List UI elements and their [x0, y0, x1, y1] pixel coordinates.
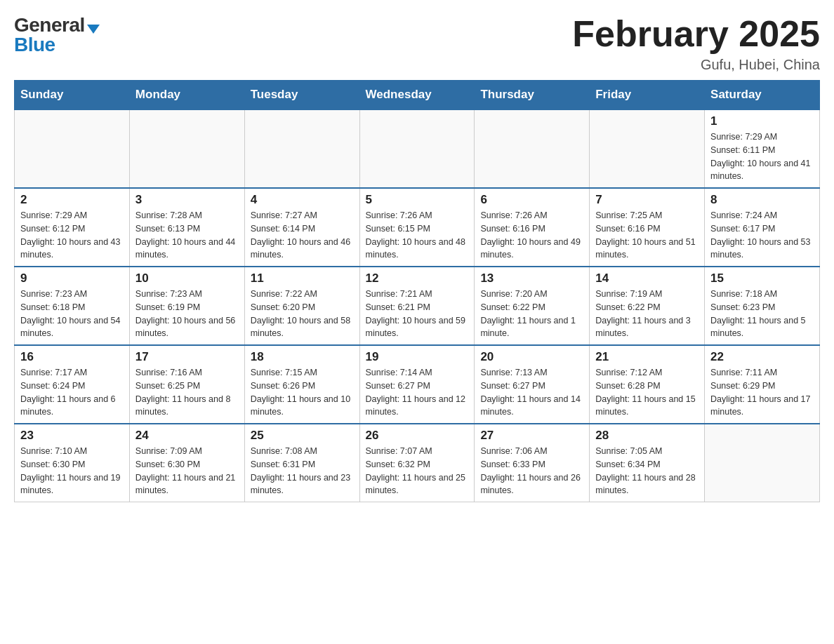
- day-number: 23: [20, 429, 124, 443]
- day-info: Sunrise: 7:29 AMSunset: 6:11 PMDaylight:…: [710, 130, 814, 183]
- calendar-week-row: 2Sunrise: 7:29 AMSunset: 6:12 PMDaylight…: [15, 188, 820, 267]
- day-number: 19: [366, 350, 469, 364]
- header-saturday: Saturday: [705, 81, 820, 110]
- calendar-cell: 5Sunrise: 7:26 AMSunset: 6:15 PMDaylight…: [359, 188, 475, 267]
- day-info: Sunrise: 7:17 AMSunset: 6:24 PMDaylight:…: [20, 366, 124, 419]
- day-info: Sunrise: 7:23 AMSunset: 6:18 PMDaylight:…: [20, 288, 124, 340]
- calendar-cell: [129, 109, 244, 188]
- day-info: Sunrise: 7:07 AMSunset: 6:32 PMDaylight:…: [366, 445, 469, 497]
- day-info: Sunrise: 7:27 AMSunset: 6:14 PMDaylight:…: [251, 209, 354, 262]
- day-info: Sunrise: 7:10 AMSunset: 6:30 PMDaylight:…: [20, 445, 124, 497]
- day-info: Sunrise: 7:05 AMSunset: 6:34 PMDaylight:…: [595, 445, 699, 497]
- calendar-cell: [15, 109, 130, 188]
- calendar-cell: 24Sunrise: 7:09 AMSunset: 6:30 PMDayligh…: [129, 424, 244, 502]
- day-number: 12: [366, 271, 469, 286]
- calendar-cell: 15Sunrise: 7:18 AMSunset: 6:23 PMDayligh…: [705, 267, 820, 345]
- calendar-cell: 28Sunrise: 7:05 AMSunset: 6:34 PMDayligh…: [590, 424, 705, 502]
- day-number: 15: [710, 271, 814, 286]
- calendar-body: 1Sunrise: 7:29 AMSunset: 6:11 PMDaylight…: [15, 109, 820, 502]
- day-info: Sunrise: 7:21 AMSunset: 6:21 PMDaylight:…: [366, 288, 469, 340]
- title-block: February 2025 Gufu, Hubei, China: [572, 14, 820, 73]
- day-number: 26: [366, 429, 469, 443]
- calendar-cell: 14Sunrise: 7:19 AMSunset: 6:22 PMDayligh…: [590, 267, 705, 345]
- day-number: 6: [480, 193, 583, 207]
- day-info: Sunrise: 7:20 AMSunset: 6:22 PMDaylight:…: [480, 288, 583, 340]
- logo-blue-text: Blue: [14, 34, 55, 55]
- day-number: 1: [710, 114, 814, 128]
- day-number: 8: [710, 193, 814, 207]
- calendar-cell: [359, 109, 475, 188]
- calendar-week-row: 23Sunrise: 7:10 AMSunset: 6:30 PMDayligh…: [15, 424, 820, 502]
- calendar-cell: 19Sunrise: 7:14 AMSunset: 6:27 PMDayligh…: [359, 345, 475, 424]
- calendar-cell: [244, 109, 359, 188]
- calendar-cell: 1Sunrise: 7:29 AMSunset: 6:11 PMDaylight…: [705, 109, 820, 188]
- calendar-cell: 22Sunrise: 7:11 AMSunset: 6:29 PMDayligh…: [705, 345, 820, 424]
- weekday-header-row: Sunday Monday Tuesday Wednesday Thursday…: [15, 81, 820, 110]
- day-number: 25: [251, 429, 354, 443]
- calendar-cell: 20Sunrise: 7:13 AMSunset: 6:27 PMDayligh…: [475, 345, 590, 424]
- day-number: 17: [135, 350, 239, 364]
- calendar-cell: 2Sunrise: 7:29 AMSunset: 6:12 PMDaylight…: [15, 188, 130, 267]
- logo-triangle-icon: [87, 25, 100, 34]
- day-number: 7: [595, 193, 699, 207]
- day-number: 20: [480, 350, 583, 364]
- calendar-week-row: 16Sunrise: 7:17 AMSunset: 6:24 PMDayligh…: [15, 345, 820, 424]
- day-info: Sunrise: 7:26 AMSunset: 6:16 PMDaylight:…: [480, 209, 583, 262]
- day-number: 3: [135, 193, 239, 207]
- day-info: Sunrise: 7:11 AMSunset: 6:29 PMDaylight:…: [710, 366, 814, 419]
- day-number: 13: [480, 271, 583, 286]
- calendar-cell: 3Sunrise: 7:28 AMSunset: 6:13 PMDaylight…: [129, 188, 244, 267]
- day-info: Sunrise: 7:26 AMSunset: 6:15 PMDaylight:…: [366, 209, 469, 262]
- day-info: Sunrise: 7:22 AMSunset: 6:20 PMDaylight:…: [251, 288, 354, 340]
- calendar-cell: 26Sunrise: 7:07 AMSunset: 6:32 PMDayligh…: [359, 424, 475, 502]
- calendar-cell: [590, 109, 705, 188]
- day-number: 10: [135, 271, 239, 286]
- calendar-cell: 23Sunrise: 7:10 AMSunset: 6:30 PMDayligh…: [15, 424, 130, 502]
- header-wednesday: Wednesday: [359, 81, 475, 110]
- calendar-cell: 16Sunrise: 7:17 AMSunset: 6:24 PMDayligh…: [15, 345, 130, 424]
- day-number: 5: [366, 193, 469, 207]
- calendar-cell: 25Sunrise: 7:08 AMSunset: 6:31 PMDayligh…: [244, 424, 359, 502]
- calendar-cell: 9Sunrise: 7:23 AMSunset: 6:18 PMDaylight…: [15, 267, 130, 345]
- day-info: Sunrise: 7:15 AMSunset: 6:26 PMDaylight:…: [251, 366, 354, 419]
- day-number: 2: [20, 193, 124, 207]
- day-info: Sunrise: 7:13 AMSunset: 6:27 PMDaylight:…: [480, 366, 583, 419]
- day-info: Sunrise: 7:12 AMSunset: 6:28 PMDaylight:…: [595, 366, 699, 419]
- location-text: Gufu, Hubei, China: [572, 57, 820, 73]
- calendar-cell: 18Sunrise: 7:15 AMSunset: 6:26 PMDayligh…: [244, 345, 359, 424]
- calendar-cell: 17Sunrise: 7:16 AMSunset: 6:25 PMDayligh…: [129, 345, 244, 424]
- calendar-cell: [475, 109, 590, 188]
- calendar-cell: 7Sunrise: 7:25 AMSunset: 6:16 PMDaylight…: [590, 188, 705, 267]
- day-info: Sunrise: 7:28 AMSunset: 6:13 PMDaylight:…: [135, 209, 239, 262]
- day-info: Sunrise: 7:09 AMSunset: 6:30 PMDaylight:…: [135, 445, 239, 497]
- day-number: 28: [595, 429, 699, 443]
- day-info: Sunrise: 7:06 AMSunset: 6:33 PMDaylight:…: [480, 445, 583, 497]
- month-year-title: February 2025: [572, 14, 820, 54]
- day-info: Sunrise: 7:14 AMSunset: 6:27 PMDaylight:…: [366, 366, 469, 419]
- day-info: Sunrise: 7:16 AMSunset: 6:25 PMDaylight:…: [135, 366, 239, 419]
- day-info: Sunrise: 7:23 AMSunset: 6:19 PMDaylight:…: [135, 288, 239, 340]
- day-info: Sunrise: 7:08 AMSunset: 6:31 PMDaylight:…: [251, 445, 354, 497]
- day-info: Sunrise: 7:29 AMSunset: 6:12 PMDaylight:…: [20, 209, 124, 262]
- calendar-week-row: 1Sunrise: 7:29 AMSunset: 6:11 PMDaylight…: [15, 109, 820, 188]
- calendar-cell: 21Sunrise: 7:12 AMSunset: 6:28 PMDayligh…: [590, 345, 705, 424]
- calendar-cell: 10Sunrise: 7:23 AMSunset: 6:19 PMDayligh…: [129, 267, 244, 345]
- calendar-table: Sunday Monday Tuesday Wednesday Thursday…: [14, 80, 820, 502]
- header-friday: Friday: [590, 81, 705, 110]
- calendar-cell: 4Sunrise: 7:27 AMSunset: 6:14 PMDaylight…: [244, 188, 359, 267]
- header-tuesday: Tuesday: [244, 81, 359, 110]
- day-number: 22: [710, 350, 814, 364]
- day-number: 21: [595, 350, 699, 364]
- calendar-header: Sunday Monday Tuesday Wednesday Thursday…: [15, 81, 820, 110]
- logo: General Blue: [14, 14, 100, 56]
- calendar-cell: [705, 424, 820, 502]
- day-number: 18: [251, 350, 354, 364]
- calendar-cell: 11Sunrise: 7:22 AMSunset: 6:20 PMDayligh…: [244, 267, 359, 345]
- day-number: 27: [480, 429, 583, 443]
- day-info: Sunrise: 7:24 AMSunset: 6:17 PMDaylight:…: [710, 209, 814, 262]
- day-info: Sunrise: 7:18 AMSunset: 6:23 PMDaylight:…: [710, 288, 814, 340]
- header-monday: Monday: [129, 81, 244, 110]
- day-number: 11: [251, 271, 354, 286]
- header-thursday: Thursday: [475, 81, 590, 110]
- page-header: General Blue February 2025 Gufu, Hubei, …: [14, 14, 820, 73]
